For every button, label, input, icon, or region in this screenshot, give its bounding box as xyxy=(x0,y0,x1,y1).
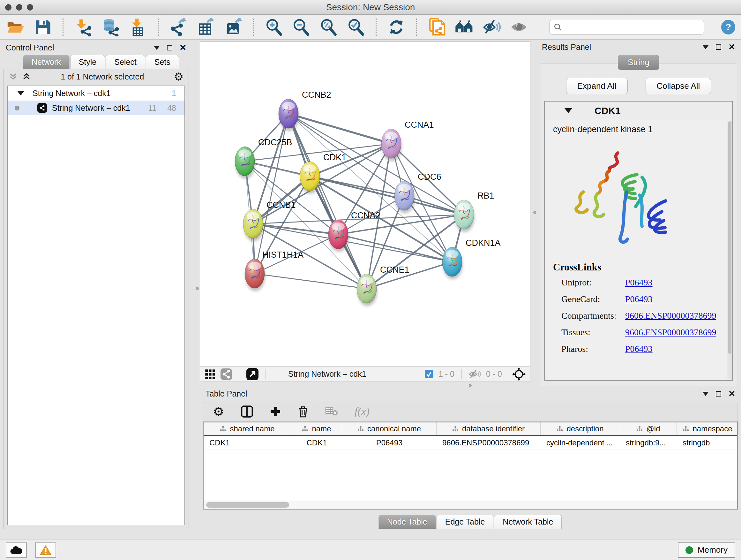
string-home-button[interactable] xyxy=(455,17,474,37)
table-cell[interactable]: 9606.ENSP00000378699 xyxy=(436,436,541,449)
results-scrollbar[interactable] xyxy=(728,121,732,379)
crosslink-link[interactable]: 9606.ENSP00000378699 xyxy=(625,327,716,337)
string-document-button[interactable] xyxy=(427,17,447,37)
column-header-description[interactable]: description xyxy=(541,422,620,435)
zoom-selected-button[interactable] xyxy=(346,17,365,37)
network-node-CCNE1[interactable]: CCNE1 xyxy=(357,265,409,306)
save-session-button[interactable] xyxy=(33,17,52,37)
selected-nodes-checkbox[interactable] xyxy=(425,370,433,378)
column-header-name[interactable]: name xyxy=(291,422,342,435)
float-panel-icon[interactable] xyxy=(716,44,721,50)
toggle-visibility-button[interactable] xyxy=(509,17,529,37)
collapse-panel-icon[interactable] xyxy=(702,45,709,49)
export-network-button[interactable] xyxy=(169,17,188,37)
tab-string[interactable]: String xyxy=(618,55,659,70)
table-cell[interactable]: cyclin-dependent ... xyxy=(541,436,620,449)
table-cell[interactable]: stringdb:9... xyxy=(620,436,677,449)
collapse-panel-icon[interactable] xyxy=(702,392,709,396)
birds-eye-view-icon[interactable] xyxy=(246,368,259,380)
table-cell[interactable]: CDK1 xyxy=(204,436,291,449)
crosslink-link[interactable]: P06493 xyxy=(625,277,653,288)
import-network-button[interactable] xyxy=(74,17,93,37)
float-panel-icon[interactable] xyxy=(167,45,172,51)
tab-network[interactable]: Network xyxy=(23,55,70,69)
hidden-items-icon[interactable] xyxy=(469,369,481,379)
network-collection-row[interactable]: String Network – cdk1 1 xyxy=(8,86,185,101)
minimize-window-button[interactable] xyxy=(16,4,22,10)
table-cell[interactable]: stringdb xyxy=(677,436,738,449)
network-node-CDC25B[interactable]: CDC25B xyxy=(235,138,292,179)
left-splitter-handle[interactable] xyxy=(196,287,199,290)
delete-column-icon[interactable] xyxy=(298,406,309,418)
network-node-RB1[interactable]: RB1 xyxy=(454,191,494,232)
export-image-icon xyxy=(224,18,243,37)
network-node-CDKN1A[interactable]: CDKN1A xyxy=(442,238,501,279)
add-column-icon[interactable] xyxy=(270,406,281,417)
float-panel-icon[interactable] xyxy=(716,391,721,396)
section-caret-icon[interactable] xyxy=(564,108,572,113)
grid-view-icon[interactable] xyxy=(205,369,215,380)
network-node-CCNA1[interactable]: CCNA1 xyxy=(381,120,434,161)
crosslink-row: Compartments:9606.ENSP00000378699 xyxy=(561,311,724,321)
tab-node-table[interactable]: Node Table xyxy=(379,515,436,529)
warnings-button[interactable] xyxy=(35,543,56,558)
crosslink-link[interactable]: P06493 xyxy=(625,294,653,304)
homes-icon xyxy=(455,19,474,36)
table-cell[interactable]: P06493 xyxy=(342,436,436,449)
export-table-button[interactable] xyxy=(196,17,215,37)
column-header-namespace[interactable]: namespace xyxy=(677,422,738,435)
table-scrollbar-thumb[interactable] xyxy=(206,502,289,508)
memory-button[interactable]: Memory xyxy=(678,543,735,558)
cloud-status-button[interactable] xyxy=(6,543,27,558)
import-network-from-database-button[interactable] xyxy=(101,17,120,37)
collapse-panel-icon[interactable] xyxy=(153,46,160,50)
collapse-all-networks-icon[interactable] xyxy=(9,72,17,81)
tab-select[interactable]: Select xyxy=(106,55,145,69)
zoom-in-button[interactable] xyxy=(264,17,283,37)
refresh-button[interactable] xyxy=(387,17,406,37)
collapse-all-button[interactable]: Collapse All xyxy=(646,78,711,94)
gene-section-header[interactable]: CDK1 xyxy=(545,102,732,120)
help-button[interactable]: ? xyxy=(721,20,735,35)
string-hide-glass-button[interactable] xyxy=(482,17,501,37)
zoom-out-button[interactable] xyxy=(291,17,311,37)
show-columns-icon[interactable] xyxy=(241,406,253,418)
close-window-button[interactable] xyxy=(5,4,11,10)
open-session-button[interactable] xyxy=(6,17,25,37)
column-header-id[interactable]: @id xyxy=(620,422,677,435)
search-input[interactable] xyxy=(565,23,699,32)
import-table-button[interactable] xyxy=(128,17,147,37)
right-splitter-handle[interactable] xyxy=(533,211,536,214)
close-panel-icon[interactable]: ✕ xyxy=(728,43,735,51)
tab-network-table[interactable]: Network Table xyxy=(494,515,562,529)
bottom-splitter-handle[interactable] xyxy=(469,384,472,387)
column-header-canonical-name[interactable]: canonical name xyxy=(342,422,436,435)
crosslink-link[interactable]: 9606.ENSP00000378699 xyxy=(625,311,716,321)
network-share-view-icon[interactable] xyxy=(220,368,232,380)
results-scrollbar-thumb[interactable] xyxy=(728,121,731,354)
network-canvas[interactable]: CCNB2CCNA1CDC25BCDK1CDC6RB1CCNB1CCNA2CDK… xyxy=(200,42,530,366)
tab-sets[interactable]: Sets xyxy=(146,55,179,69)
collection-caret-icon[interactable] xyxy=(17,91,24,96)
table-horizontal-scrollbar[interactable] xyxy=(204,501,737,509)
tab-style[interactable]: Style xyxy=(70,55,105,69)
search-bar[interactable] xyxy=(549,20,704,35)
crosshair-icon[interactable] xyxy=(512,368,526,381)
window-controls[interactable] xyxy=(5,4,33,10)
network-options-gear-icon[interactable]: ⚙ xyxy=(174,71,184,82)
column-header-database-identifier[interactable]: database identifier xyxy=(436,422,541,435)
crosslink-link[interactable]: P06493 xyxy=(625,344,653,354)
zoom-fit-button[interactable] xyxy=(319,17,338,37)
column-header-shared-name[interactable]: shared name xyxy=(204,422,291,435)
export-image-button[interactable] xyxy=(224,17,243,37)
table-cell[interactable]: CDK1 xyxy=(291,436,342,449)
tab-edge-table[interactable]: Edge Table xyxy=(436,515,494,529)
close-panel-icon[interactable]: ✕ xyxy=(179,44,186,52)
close-panel-icon[interactable]: ✕ xyxy=(728,389,735,398)
expand-all-networks-icon[interactable] xyxy=(22,72,31,81)
expand-all-button[interactable]: Expand All xyxy=(566,78,628,94)
network-row-selected[interactable]: String Network – cdk1 11 48 xyxy=(8,101,185,115)
maximize-window-button[interactable] xyxy=(27,4,33,10)
table-row[interactable]: CDK1CDK1P064939606.ENSP00000378699cyclin… xyxy=(204,436,737,450)
table-options-gear-icon[interactable]: ⚙ xyxy=(213,405,224,418)
